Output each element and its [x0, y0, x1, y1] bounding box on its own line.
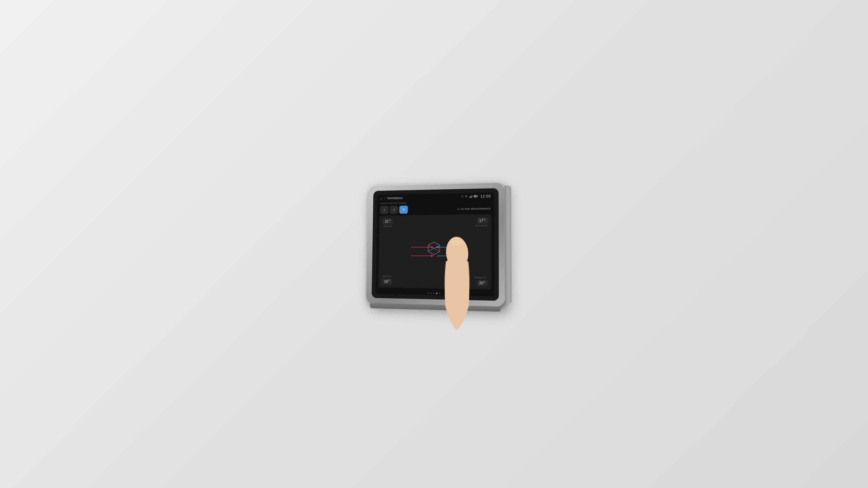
svg-marker-14	[456, 255, 459, 257]
svg-marker-15	[428, 242, 440, 254]
stand-btn-3[interactable]: 3	[399, 205, 408, 214]
labels-row: SUPPLY EXHAUST	[382, 275, 488, 279]
signal-icon	[469, 195, 472, 198]
outdoor-unit: °C	[483, 219, 486, 221]
indoor-temp-value: 21	[385, 220, 389, 224]
screen: ⌂ | Ventilation	[376, 192, 494, 296]
stand-btn-2[interactable]: 2	[390, 206, 398, 214]
vent-stand-section: VENTILATION STAND 1 2 3 ⚠ FILTER MAINTEN…	[377, 199, 494, 216]
status-left: ⌂ | Ventilation	[380, 196, 403, 200]
page-dot-2[interactable]	[433, 293, 434, 294]
heat-exchanger-area	[382, 228, 488, 275]
device-shell: ⌂ | Ventilation	[366, 182, 505, 307]
supply-unit: °C	[388, 280, 390, 282]
stand-controls: 1 2 3 ⚠ FILTER MAINTENANCE	[380, 204, 491, 214]
bluetooth-icon	[466, 195, 468, 199]
svg-rect-0	[469, 197, 470, 198]
indoor-label: INDOOR	[383, 225, 392, 227]
bottom-temps-row: 19°C 20°C	[382, 279, 488, 287]
page-dot-3[interactable]	[436, 293, 437, 294]
wall: ⌂ | Ventilation	[0, 0, 868, 488]
indoor-block: 21°C INDOOR	[382, 218, 393, 227]
filter-maintenance[interactable]: ⚠ FILTER MAINTENANCE	[458, 207, 491, 210]
stand-btn-1[interactable]: 1	[380, 206, 389, 214]
outdoor-temp-badge: 17°C	[477, 218, 488, 224]
outdoor-block: 17°C OUTDOOR	[475, 218, 488, 227]
indoor-unit: °C	[389, 220, 391, 222]
page-dots	[376, 290, 494, 296]
wifi-icon	[461, 195, 464, 198]
stand-buttons: 1 2 3	[380, 205, 408, 214]
home-icon[interactable]: ⌂	[380, 197, 382, 200]
svg-rect-2	[471, 195, 471, 197]
separator: |	[384, 197, 385, 200]
supply-block: 19°C	[382, 279, 392, 285]
supply-temp-badge: 19°C	[382, 279, 392, 285]
vent-stand-label: VENTILATION STAND	[380, 201, 491, 204]
exhaust-block: 20°C	[477, 280, 488, 287]
svg-marker-12	[431, 254, 434, 257]
supply-label: SUPPLY	[383, 275, 392, 277]
exhaust-temp-badge: 20°C	[477, 280, 488, 287]
status-bar: ⌂ | Ventilation	[377, 192, 494, 201]
outdoor-label: OUTDOOR	[475, 225, 488, 227]
filter-maintenance-text: FILTER MAINTENANCE	[461, 207, 491, 210]
time-display: 12:00	[480, 194, 491, 199]
device-wrapper: ⌂ | Ventilation	[366, 182, 505, 307]
status-icons: 12:00	[461, 194, 491, 199]
top-temps-row: 21°C INDOOR 17°C OUTDOOR	[382, 218, 488, 228]
indoor-temp-badge: 21°C	[383, 218, 393, 225]
outdoor-temp-value: 17	[479, 219, 483, 223]
screen-bezel: ⌂ | Ventilation	[372, 188, 499, 301]
page-title: Ventilation	[387, 196, 403, 200]
main-card: 21°C INDOOR 17°C OUTDOOR	[378, 214, 492, 289]
supply-temp-value: 19	[384, 280, 388, 284]
svg-marker-10	[435, 246, 438, 248]
heat-exchanger-svg	[405, 238, 463, 264]
page-dot-4[interactable]	[439, 293, 440, 294]
page-dot-1[interactable]	[430, 293, 431, 294]
warning-icon: ⚠	[458, 207, 460, 210]
page-dot-0[interactable]	[427, 293, 429, 294]
svg-rect-3	[472, 195, 472, 197]
exhaust-label: EXHAUST	[475, 276, 487, 279]
svg-rect-1	[470, 196, 470, 198]
battery-icon	[474, 195, 478, 198]
exhaust-unit: °C	[483, 281, 486, 283]
svg-rect-6	[477, 196, 478, 197]
svg-rect-5	[474, 195, 476, 197]
exhaust-temp-value: 20	[479, 281, 483, 285]
svg-rect-4	[474, 195, 477, 197]
